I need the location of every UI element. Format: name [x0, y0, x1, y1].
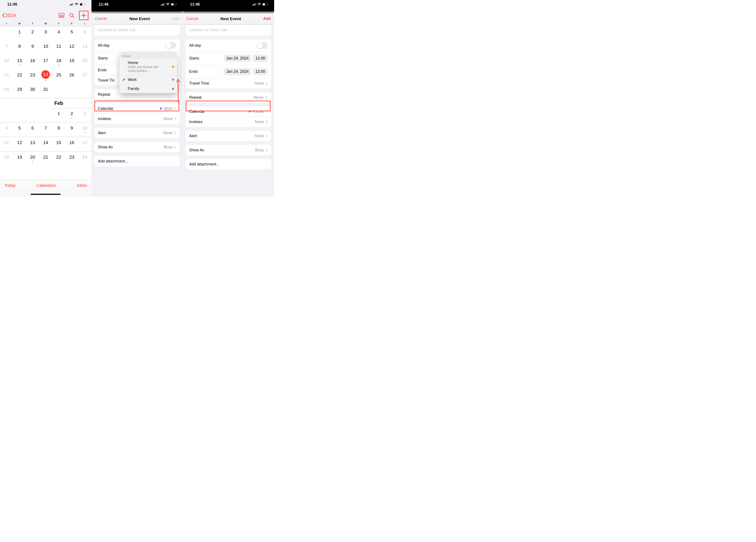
- calendar-day[interactable]: 12: [65, 41, 78, 55]
- travel-time-row[interactable]: Travel Time None: [186, 78, 271, 88]
- calendar-day[interactable]: 6: [26, 123, 39, 137]
- calendar-day[interactable]: 14: [0, 55, 13, 69]
- calendar-day[interactable]: 30: [26, 84, 39, 98]
- show-as-row[interactable]: Show As Busy: [94, 142, 180, 152]
- calendar-day[interactable]: 2: [26, 26, 39, 41]
- calendar-day[interactable]: 24: [78, 152, 91, 166]
- alert-row[interactable]: Alert None: [186, 131, 271, 141]
- calendar-option[interactable]: ✓Work: [119, 75, 177, 84]
- calendar-day[interactable]: 7: [0, 41, 13, 55]
- calendar-day[interactable]: 3: [78, 108, 91, 122]
- cancel-button[interactable]: Cancel: [95, 16, 107, 21]
- calendar-day[interactable]: 26: [65, 69, 78, 84]
- calendar-day[interactable]: 2: [65, 108, 78, 122]
- calendar-day[interactable]: 17: [78, 137, 91, 151]
- calendar-picker-popover[interactable]: iCloudHomePublic and Shared with Guide M…: [119, 52, 177, 93]
- calendar-day[interactable]: 18: [0, 152, 13, 166]
- calendar-day[interactable]: [65, 84, 78, 98]
- calendar-day[interactable]: 20: [78, 55, 91, 69]
- ends-date-chip[interactable]: Jan 24, 2024: [224, 68, 251, 75]
- calendar-day[interactable]: 1: [52, 108, 65, 122]
- starts-date-chip[interactable]: Jan 24, 2024: [224, 55, 251, 62]
- calendar-day[interactable]: 8: [52, 123, 65, 137]
- calendar-day[interactable]: 19: [65, 55, 78, 69]
- calendar-day[interactable]: 3: [39, 26, 52, 41]
- repeat-row[interactable]: Repeat Never: [186, 92, 271, 103]
- calendar-day[interactable]: 1: [13, 26, 26, 41]
- calendar-day[interactable]: 9: [65, 123, 78, 137]
- calendar-day[interactable]: 31: [39, 84, 52, 98]
- calendar-day[interactable]: 28: [0, 84, 13, 98]
- calendar-day[interactable]: 22: [13, 69, 26, 84]
- today-button[interactable]: Today: [4, 183, 16, 188]
- add-button[interactable]: Add: [263, 16, 271, 21]
- calendar-day[interactable]: 11: [52, 41, 65, 55]
- invitees-row[interactable]: Invitees None: [94, 114, 180, 124]
- show-as-row[interactable]: Show As Busy: [186, 145, 271, 155]
- calendar-option[interactable]: HomePublic and Shared with Guide Mobitri…: [119, 58, 177, 75]
- inbox-button[interactable]: Inbox: [77, 183, 87, 188]
- view-mode-button[interactable]: [58, 13, 64, 18]
- ends-row[interactable]: Ends Jan 24, 2024 12:00: [186, 65, 271, 78]
- calendar-day[interactable]: 15: [13, 55, 26, 69]
- calendar-day[interactable]: 7: [39, 123, 52, 137]
- calendar-day[interactable]: 16: [26, 55, 39, 69]
- calendar-day[interactable]: 19: [13, 152, 26, 166]
- calendar-day[interactable]: 11: [0, 137, 13, 151]
- calendar-day[interactable]: 17: [39, 55, 52, 69]
- calendar-day[interactable]: 10: [78, 123, 91, 137]
- add-attachment-row[interactable]: Add attachment...: [94, 156, 180, 166]
- calendar-day[interactable]: 13: [78, 41, 91, 55]
- back-to-year-button[interactable]: 2024: [2, 13, 16, 18]
- calendar-day[interactable]: 6: [78, 26, 91, 41]
- calendar-day[interactable]: 18: [52, 55, 65, 69]
- calendar-day[interactable]: [13, 108, 26, 122]
- calendar-day[interactable]: 22: [52, 152, 65, 166]
- calendar-day[interactable]: 9: [26, 41, 39, 55]
- calendar-day[interactable]: 25: [52, 69, 65, 84]
- calendar-day[interactable]: 5: [13, 123, 26, 137]
- calendar-day[interactable]: [52, 84, 65, 98]
- calendar-day[interactable]: 5: [65, 26, 78, 41]
- calendar-day[interactable]: 12: [13, 137, 26, 151]
- home-indicator[interactable]: [31, 194, 61, 195]
- calendar-day[interactable]: 20: [26, 152, 39, 166]
- calendar-day[interactable]: 15: [52, 137, 65, 151]
- ends-time-chip[interactable]: 12:00: [253, 68, 268, 75]
- calendar-day[interactable]: 23: [65, 152, 78, 166]
- starts-row[interactable]: Starts Jan 24, 2024 11:00: [186, 52, 271, 65]
- invitees-row[interactable]: Invitees None: [186, 117, 271, 127]
- search-button[interactable]: [69, 13, 74, 18]
- calendar-day[interactable]: [78, 84, 91, 98]
- location-field[interactable]: Location or Video Call: [94, 24, 180, 36]
- calendar-day[interactable]: 29: [13, 84, 26, 98]
- calendar-row[interactable]: Calendar Work: [94, 103, 180, 114]
- calendar-day[interactable]: 21: [39, 152, 52, 166]
- location-field[interactable]: Location or Video Call: [186, 24, 271, 36]
- add-attachment-row[interactable]: Add attachment...: [186, 159, 271, 169]
- cancel-button[interactable]: Cancel: [186, 16, 198, 21]
- alert-row[interactable]: Alert None: [94, 128, 180, 138]
- calendar-day[interactable]: [39, 108, 52, 122]
- calendar-day[interactable]: 16: [65, 137, 78, 151]
- calendar-day[interactable]: 27: [78, 69, 91, 84]
- calendar-day[interactable]: 8: [13, 41, 26, 55]
- calendars-button[interactable]: Calendars: [36, 183, 56, 188]
- calendar-day[interactable]: [0, 26, 13, 41]
- calendar-day[interactable]: 24: [39, 69, 52, 84]
- calendar-day[interactable]: 13: [26, 137, 39, 151]
- calendar-day[interactable]: [26, 108, 39, 122]
- add-event-button[interactable]: [79, 11, 88, 20]
- calendar-day[interactable]: 21: [0, 69, 13, 84]
- allday-toggle[interactable]: [257, 42, 268, 49]
- starts-time-chip[interactable]: 11:00: [253, 55, 268, 62]
- calendar-day[interactable]: 23: [26, 69, 39, 84]
- calendar-row[interactable]: Calendar Family: [186, 106, 271, 117]
- calendar-option[interactable]: Family: [119, 84, 177, 93]
- calendar-day[interactable]: 10: [39, 41, 52, 55]
- calendar-day[interactable]: 4: [52, 26, 65, 41]
- calendar-day[interactable]: 4: [0, 123, 13, 137]
- calendar-day[interactable]: [0, 108, 13, 122]
- calendar-day[interactable]: 14: [39, 137, 52, 151]
- allday-toggle[interactable]: [165, 42, 176, 49]
